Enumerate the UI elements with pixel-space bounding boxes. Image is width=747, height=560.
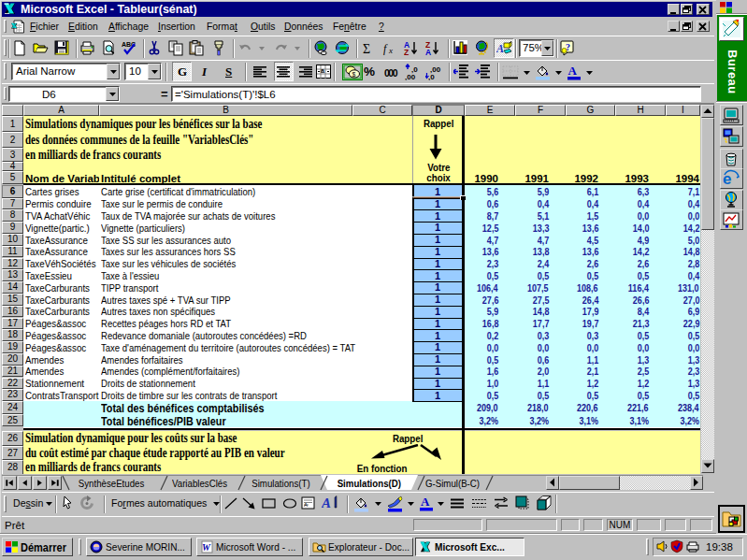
svg-text:A: A xyxy=(304,502,308,508)
svg-text:Σ: Σ xyxy=(363,42,370,56)
svg-text:A: A xyxy=(568,64,578,78)
svg-text:x: x xyxy=(388,46,393,55)
svg-text:W: W xyxy=(202,542,211,553)
svg-text:f: f xyxy=(383,42,388,55)
svg-text:a: a xyxy=(321,67,324,74)
svg-text:Z: Z xyxy=(404,48,409,56)
svg-text:,00: ,00 xyxy=(405,73,416,80)
svg-text:e: e xyxy=(723,170,731,188)
svg-text:A: A xyxy=(496,42,504,55)
svg-text:A: A xyxy=(421,495,430,509)
svg-text:A: A xyxy=(322,495,331,510)
svg-text:,0: ,0 xyxy=(428,73,435,80)
svg-text:$: $ xyxy=(352,71,356,78)
svg-text:A: A xyxy=(425,48,431,56)
